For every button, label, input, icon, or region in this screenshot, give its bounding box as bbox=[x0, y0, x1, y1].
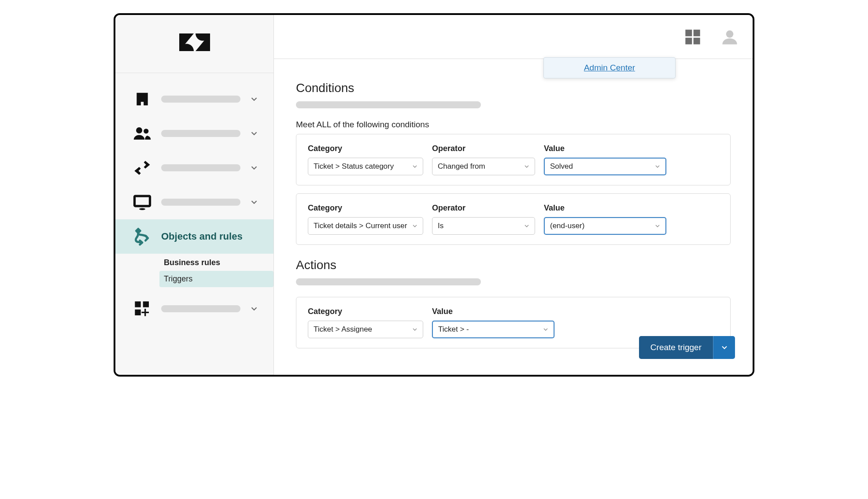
sidebar-item-workspaces2[interactable] bbox=[115, 185, 273, 219]
field-label-value: Value bbox=[544, 144, 666, 153]
chevron-down-icon bbox=[249, 197, 259, 207]
field-label-value: Value bbox=[544, 203, 666, 213]
nav-placeholder bbox=[161, 305, 240, 312]
create-trigger-button[interactable]: Create trigger bbox=[639, 336, 713, 359]
monitor-icon bbox=[132, 192, 152, 212]
admin-center-popup: Admin Center bbox=[543, 57, 676, 78]
admin-center-link[interactable]: Admin Center bbox=[584, 63, 635, 72]
svg-rect-7 bbox=[135, 301, 140, 307]
building-icon bbox=[132, 89, 152, 109]
actions-title: Actions bbox=[296, 258, 731, 272]
action-value-select[interactable]: Ticket > - bbox=[432, 321, 554, 338]
chevron-down-icon bbox=[411, 163, 418, 170]
svg-rect-4 bbox=[135, 196, 150, 206]
chevron-down-icon bbox=[411, 222, 418, 229]
section-subtitle-placeholder bbox=[296, 278, 481, 285]
chevron-down-icon bbox=[523, 163, 530, 170]
category-select[interactable]: Ticket details > Current user bbox=[308, 217, 423, 235]
condition-row: Category Ticket details > Current user O… bbox=[296, 193, 731, 245]
svg-rect-8 bbox=[143, 301, 149, 307]
people-icon bbox=[132, 123, 152, 144]
value-select[interactable]: (end-user) bbox=[544, 217, 666, 235]
field-label-operator: Operator bbox=[432, 203, 535, 213]
nav-placeholder bbox=[161, 164, 240, 171]
svg-point-3 bbox=[144, 129, 148, 133]
svg-rect-10 bbox=[685, 30, 692, 36]
field-label-value: Value bbox=[432, 307, 554, 316]
chevron-down-icon bbox=[249, 129, 259, 138]
conditions-title: Conditions bbox=[296, 81, 731, 95]
operator-select[interactable]: Is bbox=[432, 217, 535, 235]
meet-all-label: Meet ALL of the following conditions bbox=[296, 120, 731, 129]
chevron-down-icon bbox=[542, 326, 549, 333]
logo-area bbox=[115, 15, 273, 73]
svg-rect-9 bbox=[135, 310, 140, 315]
action-category-select[interactable]: Ticket > Assignee bbox=[308, 321, 423, 338]
section-subtitle-placeholder bbox=[296, 101, 481, 108]
user-avatar-icon[interactable] bbox=[720, 27, 739, 47]
apps-grid-icon[interactable] bbox=[683, 27, 702, 47]
operator-select[interactable]: Changed from bbox=[432, 158, 535, 175]
field-label-category: Category bbox=[308, 307, 423, 316]
value-select[interactable]: Solved bbox=[544, 158, 666, 175]
field-label-category: Category bbox=[308, 203, 423, 213]
svg-rect-11 bbox=[694, 30, 700, 36]
footer-actions: Create trigger bbox=[639, 336, 735, 359]
subnav: Business rules Triggers bbox=[115, 254, 273, 292]
field-label-category: Category bbox=[308, 144, 423, 153]
chevron-down-icon bbox=[249, 304, 259, 314]
chevron-down-icon bbox=[249, 163, 259, 173]
nav-placeholder bbox=[161, 199, 240, 206]
flow-icon bbox=[132, 226, 152, 247]
create-trigger-dropdown[interactable] bbox=[713, 336, 735, 359]
sidebar-item-label: Objects and rules bbox=[161, 231, 264, 242]
chevron-down-icon bbox=[411, 326, 418, 333]
app-window: Objects and rules Business rules Trigger… bbox=[114, 13, 754, 377]
chevron-down-icon bbox=[720, 343, 729, 352]
svg-rect-12 bbox=[685, 37, 692, 44]
sidebar-item-channels[interactable] bbox=[115, 151, 273, 185]
svg-point-2 bbox=[136, 127, 142, 133]
svg-point-14 bbox=[726, 30, 734, 38]
sidebar: Objects and rules Business rules Trigger… bbox=[115, 15, 274, 375]
svg-rect-13 bbox=[694, 37, 700, 44]
nav-placeholder bbox=[161, 130, 240, 137]
category-select[interactable]: Ticket > Status category bbox=[308, 158, 423, 175]
subnav-item-triggers[interactable]: Triggers bbox=[159, 271, 273, 287]
chevron-down-icon bbox=[654, 222, 661, 229]
condition-row: Category Ticket > Status category Operat… bbox=[296, 134, 731, 185]
field-label-operator: Operator bbox=[432, 144, 535, 153]
arrows-swap-icon bbox=[132, 158, 152, 178]
subnav-heading[interactable]: Business rules bbox=[159, 255, 273, 271]
topbar bbox=[274, 15, 753, 59]
sidebar-item-people[interactable] bbox=[115, 116, 273, 151]
apps-add-icon bbox=[132, 299, 152, 319]
nav-placeholder bbox=[161, 96, 240, 103]
main-area: Admin Center Conditions Meet ALL of the … bbox=[274, 15, 753, 375]
sidebar-nav: Objects and rules Business rules Trigger… bbox=[115, 73, 273, 326]
content: Conditions Meet ALL of the following con… bbox=[274, 59, 753, 375]
sidebar-item-apps[interactable] bbox=[115, 292, 273, 326]
chevron-down-icon bbox=[654, 163, 661, 170]
zendesk-logo-icon bbox=[179, 32, 210, 56]
sidebar-item-objects-rules[interactable]: Objects and rules bbox=[115, 219, 273, 254]
chevron-down-icon bbox=[249, 94, 259, 104]
sidebar-item-workspaces[interactable] bbox=[115, 82, 273, 116]
svg-point-5 bbox=[139, 208, 145, 210]
chevron-down-icon bbox=[523, 222, 530, 229]
